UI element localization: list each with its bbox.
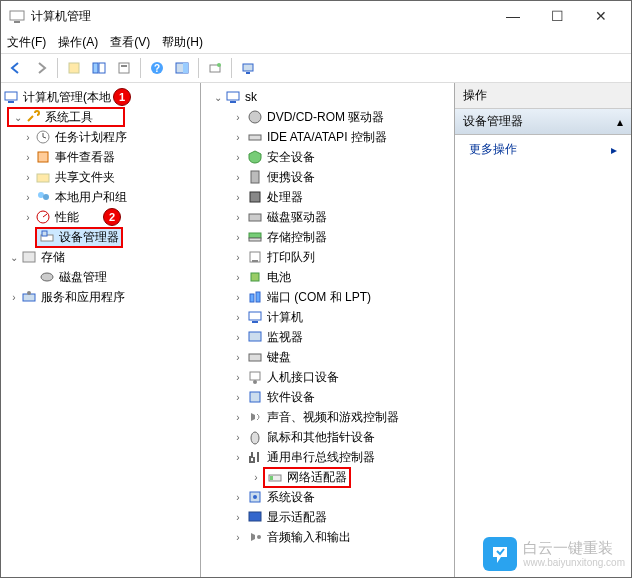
- tree-disk-management[interactable]: 磁盘管理: [1, 267, 200, 287]
- properties-button[interactable]: [113, 57, 135, 79]
- expander-closed-icon[interactable]: ›: [231, 212, 245, 223]
- expander-closed-icon[interactable]: ›: [231, 412, 245, 423]
- actions-more[interactable]: 更多操作 ▸: [455, 135, 631, 164]
- device-category[interactable]: ›系统设备: [201, 487, 454, 507]
- tree-event-viewer[interactable]: › 事件查看器: [1, 147, 200, 167]
- forward-button[interactable]: [30, 57, 52, 79]
- expander-closed-icon[interactable]: ›: [231, 352, 245, 363]
- tree-root-computer-management[interactable]: 计算机管理(本地 1: [1, 87, 200, 107]
- expander-closed-icon[interactable]: ›: [249, 472, 263, 483]
- expander-closed-icon[interactable]: ›: [231, 232, 245, 243]
- device-category[interactable]: ›磁盘驱动器: [201, 207, 454, 227]
- menu-help[interactable]: 帮助(H): [162, 34, 203, 51]
- device-category[interactable]: ›端口 (COM 和 LPT): [201, 287, 454, 307]
- device-category[interactable]: ›显示适配器: [201, 507, 454, 527]
- monitor-button[interactable]: [237, 57, 259, 79]
- category-icon: [247, 449, 263, 465]
- tree-local-users[interactable]: › 本地用户和组: [1, 187, 200, 207]
- watermark: 白云一键重装 www.baiyunxitong.com: [483, 537, 625, 571]
- help-button[interactable]: ?: [146, 57, 168, 79]
- category-icon: [247, 329, 263, 345]
- actions-section-title[interactable]: 设备管理器 ▴: [455, 109, 631, 135]
- expander-closed-icon[interactable]: ›: [21, 172, 35, 183]
- device-category[interactable]: ›通用串行总线控制器: [201, 447, 454, 467]
- device-category[interactable]: ›安全设备: [201, 147, 454, 167]
- device-category[interactable]: ›软件设备: [201, 387, 454, 407]
- expander-closed-icon[interactable]: ›: [231, 312, 245, 323]
- up-button[interactable]: [63, 57, 85, 79]
- expander-closed-icon[interactable]: ›: [231, 132, 245, 143]
- app-icon: [9, 8, 25, 24]
- tree-system-tools[interactable]: ⌄ 系统工具: [7, 107, 125, 127]
- body: 计算机管理(本地 1 ⌄ 系统工具 › 任务计划程序 › 事件查看器 ›: [1, 83, 631, 577]
- device-tree[interactable]: ⌄ sk ›DVD/CD-ROM 驱动器›IDE ATA/ATAPI 控制器›安…: [201, 83, 455, 577]
- console-tree[interactable]: 计算机管理(本地 1 ⌄ 系统工具 › 任务计划程序 › 事件查看器 ›: [1, 83, 201, 577]
- expander-open-icon[interactable]: ⌄: [211, 92, 225, 103]
- tree-label: 安全设备: [267, 149, 315, 166]
- close-button[interactable]: ✕: [579, 2, 623, 30]
- expander-closed-icon[interactable]: ›: [231, 192, 245, 203]
- tree-label: 便携设备: [267, 169, 315, 186]
- device-category[interactable]: 3›网络适配器: [201, 467, 454, 487]
- maximize-button[interactable]: ☐: [535, 2, 579, 30]
- expander-closed-icon[interactable]: ›: [231, 152, 245, 163]
- device-category[interactable]: ›处理器: [201, 187, 454, 207]
- expander-closed-icon[interactable]: ›: [21, 192, 35, 203]
- svg-rect-25: [23, 252, 35, 262]
- collapse-icon[interactable]: ▴: [617, 115, 623, 129]
- expander-closed-icon[interactable]: ›: [231, 452, 245, 463]
- category-icon: [247, 229, 263, 245]
- device-category[interactable]: ›监视器: [201, 327, 454, 347]
- tree-shared-folders[interactable]: › 共享文件夹: [1, 167, 200, 187]
- device-category[interactable]: ›声音、视频和游戏控制器: [201, 407, 454, 427]
- device-category[interactable]: ›DVD/CD-ROM 驱动器: [201, 107, 454, 127]
- device-category[interactable]: ›存储控制器: [201, 227, 454, 247]
- minimize-button[interactable]: —: [491, 2, 535, 30]
- expander-closed-icon[interactable]: ›: [231, 292, 245, 303]
- category-icon: [247, 409, 263, 425]
- expander-closed-icon[interactable]: ›: [231, 532, 245, 543]
- device-category[interactable]: ›打印队列: [201, 247, 454, 267]
- tree-task-scheduler[interactable]: › 任务计划程序: [1, 127, 200, 147]
- svg-rect-15: [5, 92, 17, 100]
- tree-storage[interactable]: ⌄ 存储: [1, 247, 200, 267]
- device-button[interactable]: [204, 57, 226, 79]
- expander-closed-icon[interactable]: ›: [21, 152, 35, 163]
- svg-rect-18: [38, 152, 48, 162]
- expander-open-icon[interactable]: ⌄: [7, 252, 21, 263]
- expander-closed-icon[interactable]: ›: [231, 392, 245, 403]
- tree-device-manager[interactable]: 设备管理器: [1, 227, 200, 247]
- expander-closed-icon[interactable]: ›: [231, 332, 245, 343]
- device-category[interactable]: ›键盘: [201, 347, 454, 367]
- device-category[interactable]: ›音频输入和输出: [201, 527, 454, 547]
- menu-file[interactable]: 文件(F): [7, 34, 46, 51]
- device-category[interactable]: ›鼠标和其他指针设备: [201, 427, 454, 447]
- expander-closed-icon[interactable]: ›: [21, 132, 35, 143]
- device-root[interactable]: ⌄ sk: [201, 87, 454, 107]
- expander-open-icon[interactable]: ⌄: [11, 112, 25, 123]
- menu-view[interactable]: 查看(V): [110, 34, 150, 51]
- expander-closed-icon[interactable]: ›: [231, 372, 245, 383]
- category-icon: [247, 509, 263, 525]
- expander-closed-icon[interactable]: ›: [231, 512, 245, 523]
- expander-closed-icon[interactable]: ›: [231, 112, 245, 123]
- back-button[interactable]: [5, 57, 27, 79]
- menu-action[interactable]: 操作(A): [58, 34, 98, 51]
- device-category[interactable]: ›计算机: [201, 307, 454, 327]
- expander-closed-icon[interactable]: ›: [231, 432, 245, 443]
- show-hide-tree-button[interactable]: [88, 57, 110, 79]
- device-category[interactable]: ›人机接口设备: [201, 367, 454, 387]
- expander-closed-icon[interactable]: ›: [231, 172, 245, 183]
- device-category[interactable]: ›便携设备: [201, 167, 454, 187]
- device-category[interactable]: ›电池: [201, 267, 454, 287]
- tree-performance[interactable]: › 性能 2: [1, 207, 200, 227]
- action-pane-button[interactable]: [171, 57, 193, 79]
- expander-closed-icon[interactable]: ›: [231, 492, 245, 503]
- expander-closed-icon[interactable]: ›: [7, 292, 21, 303]
- device-category[interactable]: ›IDE ATA/ATAPI 控制器: [201, 127, 454, 147]
- expander-closed-icon[interactable]: ›: [231, 252, 245, 263]
- expander-closed-icon[interactable]: ›: [231, 272, 245, 283]
- svg-rect-42: [256, 292, 260, 302]
- expander-closed-icon[interactable]: ›: [21, 212, 35, 223]
- tree-services-applications[interactable]: › 服务和应用程序: [1, 287, 200, 307]
